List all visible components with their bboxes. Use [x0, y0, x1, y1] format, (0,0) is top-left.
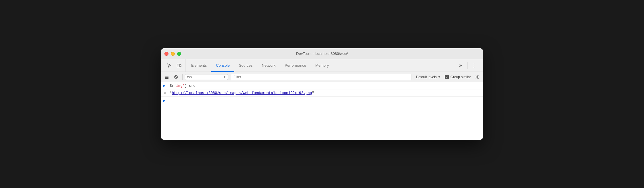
devtools-menu-button[interactable]: ⋮ — [470, 61, 478, 70]
console-output-prefix: " — [170, 91, 172, 95]
tab-sources[interactable]: Sources — [234, 60, 257, 72]
execution-context-select[interactable]: top ▼ — [185, 74, 228, 80]
svg-rect-5 — [165, 78, 168, 79]
group-similar-container: ✓ Group similar — [444, 75, 472, 79]
console-content: ▶ $('img').src ◀ "http://localhost:8080/… — [161, 82, 483, 140]
group-similar-checkbox[interactable]: ✓ — [445, 75, 449, 79]
tab-performance[interactable]: Performance — [280, 60, 310, 72]
close-button[interactable] — [164, 52, 168, 56]
toolbar-icons — [163, 59, 185, 72]
svg-rect-0 — [177, 64, 180, 67]
maximize-button[interactable] — [177, 52, 181, 56]
chevron-down-icon: ▼ — [223, 75, 226, 78]
inspect-element-button[interactable] — [165, 61, 174, 70]
svg-rect-1 — [180, 65, 181, 67]
tab-memory[interactable]: Memory — [311, 60, 334, 72]
default-levels-button[interactable]: Default levels ▼ — [414, 74, 442, 80]
console-prompt-line: ▶ — [161, 97, 483, 105]
console-expression: $('img').src — [170, 84, 195, 88]
group-similar-label: Group similar — [451, 75, 471, 79]
traffic-lights — [164, 52, 181, 56]
console-settings-button[interactable] — [473, 73, 481, 81]
console-input-line-1: ▶ $('img').src — [161, 82, 483, 89]
clear-console-button[interactable] — [163, 73, 171, 81]
console-toolbar-divider — [182, 74, 183, 80]
device-mode-button[interactable] — [175, 61, 183, 70]
console-prompt-icon: ▶ — [163, 98, 166, 103]
svg-point-8 — [477, 76, 478, 77]
svg-rect-2 — [165, 76, 168, 76]
svg-rect-3 — [165, 77, 168, 78]
block-icon[interactable] — [172, 73, 180, 81]
devtools-window: DevTools - localhost:8080/web/ Elements … — [161, 48, 483, 140]
console-output-line-1: ◀ "http://localhost:8080/web/images/web-… — [161, 89, 483, 97]
toolbar-divider — [467, 62, 467, 69]
window-title: DevTools - localhost:8080/web/ — [296, 51, 348, 56]
tab-bar: Elements Console Sources Network Perform… — [161, 59, 483, 72]
context-select-value: top — [187, 75, 222, 79]
console-toolbar: top ▼ Default levels ▼ ✓ Group similar — [161, 72, 483, 82]
titlebar: DevTools - localhost:8080/web/ — [161, 48, 483, 59]
tab-console[interactable]: Console — [211, 60, 234, 72]
more-tabs-button[interactable]: » — [456, 61, 465, 70]
toolbar-more: » ⋮ — [454, 59, 481, 72]
levels-arrow-icon: ▼ — [438, 75, 441, 78]
console-output-url[interactable]: http://localhost:8080/web/images/web-fun… — [172, 91, 312, 95]
return-arrow-icon: ◀ — [163, 91, 167, 95]
input-arrow-icon: ▶ — [163, 83, 167, 88]
tab-elements[interactable]: Elements — [187, 60, 211, 72]
filter-input[interactable] — [231, 74, 411, 80]
svg-line-7 — [175, 76, 177, 78]
console-output-suffix: " — [312, 91, 314, 95]
tab-network[interactable]: Network — [257, 60, 280, 72]
minimize-button[interactable] — [171, 52, 175, 56]
